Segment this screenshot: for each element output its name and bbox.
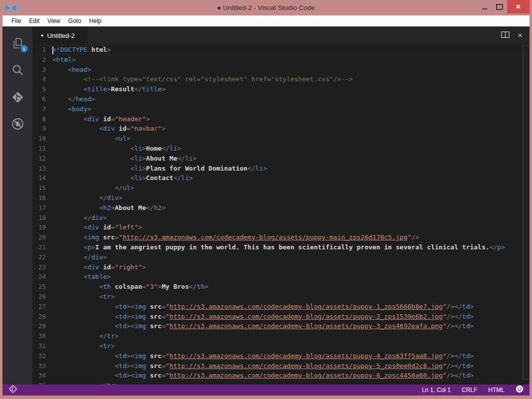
code-line[interactable]: 16 </div>: [32, 193, 523, 203]
code-line[interactable]: 20 <img src="http://s3.amazonaws.com/cod…: [32, 232, 523, 242]
code-text: <li>Plans for World Domination</li>: [52, 164, 267, 174]
line-number: 18: [32, 213, 52, 223]
debug-button[interactable]: [11, 117, 24, 131]
git-branch-icon: [8, 385, 17, 394]
code-line[interactable]: 32 <td><img src="http://s3.amazonaws.com…: [32, 351, 523, 361]
code-line[interactable]: 7 <body>: [32, 104, 523, 114]
maximize-button[interactable]: [492, 0, 507, 13]
search-button[interactable]: [11, 63, 24, 77]
code-line[interactable]: 31 <tr>: [32, 341, 523, 351]
close-editor-button[interactable]: ✕: [518, 32, 523, 39]
line-number: 9: [32, 124, 52, 134]
code-text: <td><img src="http://s3.amazonaws.com/co…: [52, 371, 474, 381]
code-text: <th colspan="3">My Bros</th>: [52, 282, 208, 292]
line-number: 25: [32, 282, 52, 292]
line-number: 19: [32, 222, 52, 232]
code-line[interactable]: 21 <p>I am the angriest puppy in the wor…: [32, 242, 523, 252]
code-line[interactable]: 2<html>: [32, 55, 523, 65]
code-text: </head>: [52, 94, 95, 104]
code-line[interactable]: 14 <li>Contact</li>: [32, 173, 523, 183]
code-line[interactable]: 1<!DOCTYPE html>: [32, 45, 523, 55]
code-editor[interactable]: 1<!DOCTYPE html>2<html>3 <head>4 <!--<li…: [32, 44, 530, 385]
split-editor-button[interactable]: [501, 31, 510, 40]
code-line[interactable]: 24 <table>: [32, 272, 523, 282]
code-text: </div>: [52, 193, 123, 203]
cursor-position[interactable]: Ln 1, Col 1: [422, 387, 451, 394]
code-line[interactable]: 35 </tr>: [32, 381, 523, 385]
line-number: 13: [32, 164, 52, 174]
search-icon: [11, 64, 24, 77]
code-text: <td><img src="http://s3.amazonaws.com/co…: [52, 361, 474, 371]
code-line[interactable]: 30 </tr>: [32, 331, 523, 341]
menu-goto[interactable]: Goto: [64, 17, 85, 24]
code-line[interactable]: 34 <td><img src="http://s3.amazonaws.com…: [32, 371, 523, 381]
code-line[interactable]: 6 </head>: [32, 94, 523, 104]
line-number: 31: [32, 341, 52, 351]
menu-file[interactable]: File: [7, 17, 25, 24]
status-bar: Ln 1, Col 1 CRLF HTML: [2, 385, 530, 396]
feedback-smiley-button[interactable]: [516, 385, 524, 395]
menu-edit[interactable]: Edit: [25, 17, 43, 24]
minimize-button[interactable]: [477, 0, 492, 13]
menu-view[interactable]: View: [43, 17, 64, 24]
language-mode[interactable]: HTML: [488, 387, 505, 394]
scrollbar-thumb[interactable]: [523, 45, 530, 380]
git-branch-button[interactable]: [8, 385, 17, 396]
close-button[interactable]: ✕: [507, 0, 530, 13]
code-line[interactable]: 15 </ul>: [32, 183, 523, 193]
smiley-icon: [516, 385, 524, 393]
maximize-icon: [496, 4, 503, 10]
code-line[interactable]: 3 <head>: [32, 65, 523, 75]
git-button[interactable]: [11, 90, 24, 104]
line-number: 20: [32, 232, 52, 242]
code-line[interactable]: 17 <h2>About Me</h2>: [32, 203, 523, 213]
code-line[interactable]: 22 </div>: [32, 252, 523, 262]
code-line[interactable]: 26 <tr>: [32, 292, 523, 302]
code-text: <div id="left">: [52, 222, 142, 232]
tab-label: Untitled-2: [47, 32, 75, 39]
code-text: </ul>: [52, 183, 134, 193]
titlebar[interactable]: ● Untitled-2 - Visual Studio Code ✕: [0, 0, 532, 15]
code-line[interactable]: 11 <li>Home</li>: [32, 144, 523, 154]
code-line[interactable]: 23 <div id="right">: [32, 262, 523, 272]
code-line[interactable]: 10 <ul>: [32, 134, 523, 144]
code-text: <li>Home</li>: [52, 144, 181, 154]
line-number: 8: [32, 114, 52, 124]
code-text: <tr>: [52, 292, 115, 302]
vertical-scrollbar[interactable]: [523, 44, 530, 385]
code-text: </div>: [52, 213, 107, 223]
code-text: <li>About Me</li>: [52, 154, 197, 164]
code-text: <img src="http://s3.amazonaws.com/codeca…: [52, 232, 419, 242]
code-line[interactable]: 4 <!--<link type="text/css" rel="stylesh…: [32, 74, 523, 84]
code-line[interactable]: 13 <li>Plans for World Domination</li>: [32, 164, 523, 174]
menu-help[interactable]: Help: [85, 17, 106, 24]
code-text: <td><img src="http://s3.amazonaws.com/co…: [52, 351, 474, 361]
code-line[interactable]: 8 <div id="header">: [32, 114, 523, 124]
activity-bar: 1: [2, 26, 32, 385]
code-line[interactable]: 19 <div id="left">: [32, 222, 523, 232]
code-line[interactable]: 29 <td><img src="http://s3.amazonaws.com…: [32, 321, 523, 331]
code-line[interactable]: 27 <td><img src="http://s3.amazonaws.com…: [32, 302, 523, 312]
code-text: <html>: [52, 55, 76, 65]
line-number: 10: [32, 134, 52, 144]
window-title: ● Untitled-2 - Visual Studio Code: [0, 4, 532, 11]
eol-indicator[interactable]: CRLF: [462, 387, 477, 394]
line-number: 33: [32, 361, 52, 371]
code-line[interactable]: 33 <td><img src="http://s3.amazonaws.com…: [32, 361, 523, 371]
code-text: </tr>: [52, 381, 119, 385]
line-number: 14: [32, 173, 52, 183]
code-line[interactable]: 25 <th colspan="3">My Bros</th>: [32, 282, 523, 292]
code-line[interactable]: 12 <li>About Me</li>: [32, 154, 523, 164]
code-text: <!DOCTYPE html>: [52, 45, 111, 55]
line-number: 23: [32, 262, 52, 272]
code-line[interactable]: 28 <td><img src="http://s3.amazonaws.com…: [32, 312, 523, 322]
editor-group: ● Untitled-2 ✕ 1<!DOCTYPE html>2<html>3 …: [32, 26, 530, 385]
code-line[interactable]: 5 <title>Result</title>: [32, 84, 523, 94]
tab-untitled-2[interactable]: ● Untitled-2: [32, 26, 88, 44]
code-line[interactable]: 9 <div id="navbar">: [32, 124, 523, 134]
line-number: 15: [32, 183, 52, 193]
code-line[interactable]: 18 </div>: [32, 213, 523, 223]
line-number: 5: [32, 84, 52, 94]
code-text: <title>Result</title>: [52, 84, 166, 94]
explorer-button[interactable]: 1: [11, 36, 24, 50]
